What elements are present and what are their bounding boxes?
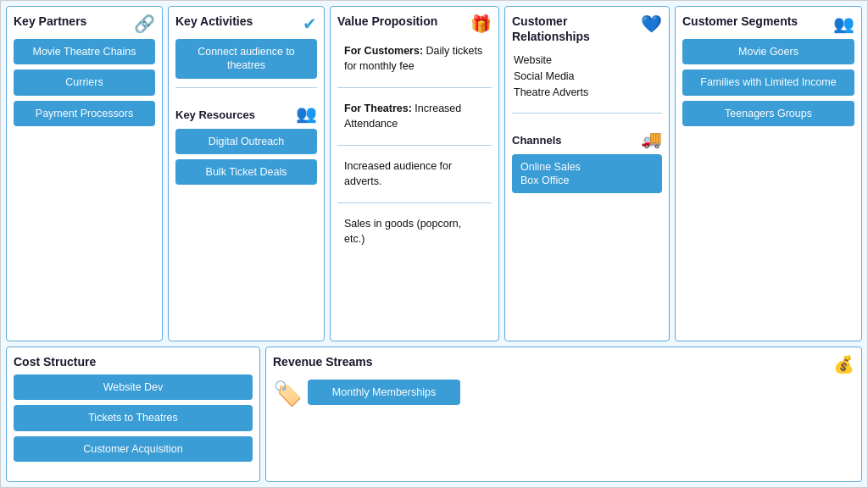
channels-header: Channels 🚚	[512, 129, 662, 149]
value-prop-icon: 🎁	[470, 14, 492, 34]
channels-item-1[interactable]: Online SalesBox Office	[512, 154, 662, 194]
revenue-streams-section: Revenue Streams 💰 🏷️ Monthly Memberships	[265, 347, 862, 482]
key-activities-title: Key Activities	[175, 14, 253, 29]
key-resources-item-2[interactable]: Bulk Ticket Deals	[175, 159, 317, 185]
cr-line-2: Social Media	[514, 69, 660, 85]
channels-icon: 🚚	[641, 129, 662, 149]
channels-divider	[512, 113, 662, 114]
vp-for-customers-label: For Customers:	[344, 45, 426, 57]
customer-seg-item-3[interactable]: Teenagers Groups	[682, 101, 854, 126]
customer-seg-icon: 👥	[833, 14, 854, 34]
customer-segments-section: Customer Segments 👥 Movie Goers Families…	[675, 6, 862, 341]
customer-seg-header: Customer Segments 👥	[682, 14, 854, 34]
revenue-streams-title: Revenue Streams	[273, 354, 373, 369]
tag-icon: 🏷️	[273, 380, 303, 408]
key-resources-title: Key Resources	[175, 108, 255, 121]
cr-line-3: Theatre Adverts	[514, 85, 660, 101]
customer-rel-text: Website Social Media Theatre Adverts	[512, 49, 662, 103]
vp-block-1: For Customers: Daily tickets for monthly…	[337, 39, 492, 79]
vp-divider-2	[337, 145, 492, 146]
customer-seg-item-2[interactable]: Families with Limited Income	[682, 69, 854, 95]
channels-title: Channels	[512, 134, 562, 147]
cost-structure-header: Cost Structure	[14, 354, 253, 369]
key-partners-item-1[interactable]: Movie Theatre Chains	[14, 39, 155, 64]
customer-rel-icon: 💙	[641, 14, 662, 34]
key-partners-item-2[interactable]: Curriers	[14, 69, 155, 95]
cost-structure-title: Cost Structure	[14, 354, 96, 369]
key-activities-section: Key Activities ✔ Connect audience to the…	[168, 6, 325, 341]
value-prop-title: Value Proposition	[337, 14, 437, 29]
key-resources-item-1[interactable]: Digital Outreach	[175, 129, 317, 154]
bottom-row: Cost Structure Website Dev Tickets to Th…	[6, 347, 862, 482]
key-partners-section: Key Partners 🔗 Movie Theatre Chains Curr…	[6, 6, 163, 341]
top-row: Key Partners 🔗 Movie Theatre Chains Curr…	[6, 6, 862, 341]
customer-seg-title: Customer Segments	[682, 14, 798, 29]
key-partners-icon: 🔗	[134, 14, 155, 34]
vp-for-theatres-label: For Theatres:	[344, 103, 415, 114]
key-partners-header: Key Partners 🔗	[14, 14, 155, 34]
customer-relationships-section: Customer Relationships 💙 Website Social …	[504, 6, 670, 341]
cost-item-2[interactable]: Tickets to Theatres	[14, 405, 253, 430]
customer-rel-header: Customer Relationships 💙	[512, 14, 662, 44]
revenue-item-1[interactable]: Monthly Memberships	[308, 380, 460, 405]
vp-block-2: For Theatres: Increased Attendance	[337, 97, 492, 136]
cr-line-1: Website	[514, 53, 660, 69]
vp-block-4: Sales in goods (popcorn, etc.)	[337, 212, 492, 252]
key-partners-title: Key Partners	[14, 14, 86, 29]
vp-sales-text: Sales in goods (popcorn, etc.)	[344, 218, 461, 245]
key-activities-item-1[interactable]: Connect audience to theatres	[175, 39, 317, 79]
vp-audience-text: Increased audience for adverts.	[344, 160, 452, 187]
vp-block-3: Increased audience for adverts.	[337, 154, 492, 194]
value-prop-header: Value Proposition 🎁	[337, 14, 492, 34]
canvas: Key Partners 🔗 Movie Theatre Chains Curr…	[0, 0, 868, 488]
cost-item-1[interactable]: Website Dev	[14, 374, 253, 400]
cost-item-3[interactable]: Customer Acquisition	[14, 436, 253, 462]
vp-divider-3	[337, 202, 492, 203]
vp-divider-1	[337, 87, 492, 88]
revenue-streams-icon: 💰	[833, 354, 854, 374]
key-partners-item-3[interactable]: Payment Processors	[14, 101, 155, 126]
revenue-streams-header: Revenue Streams 💰	[273, 354, 854, 374]
customer-seg-item-1[interactable]: Movie Goers	[682, 39, 854, 64]
cost-structure-section: Cost Structure Website Dev Tickets to Th…	[6, 347, 260, 482]
divider	[175, 87, 317, 88]
key-activities-icon: ✔	[303, 14, 317, 34]
key-activities-header: Key Activities ✔	[175, 14, 317, 34]
key-resources-header: Key Resources 👥	[175, 103, 317, 124]
customer-rel-title: Customer Relationships	[512, 14, 637, 44]
value-prop-section: Value Proposition 🎁 For Customers: Daily…	[330, 6, 499, 341]
key-resources-icon: 👥	[296, 103, 317, 124]
